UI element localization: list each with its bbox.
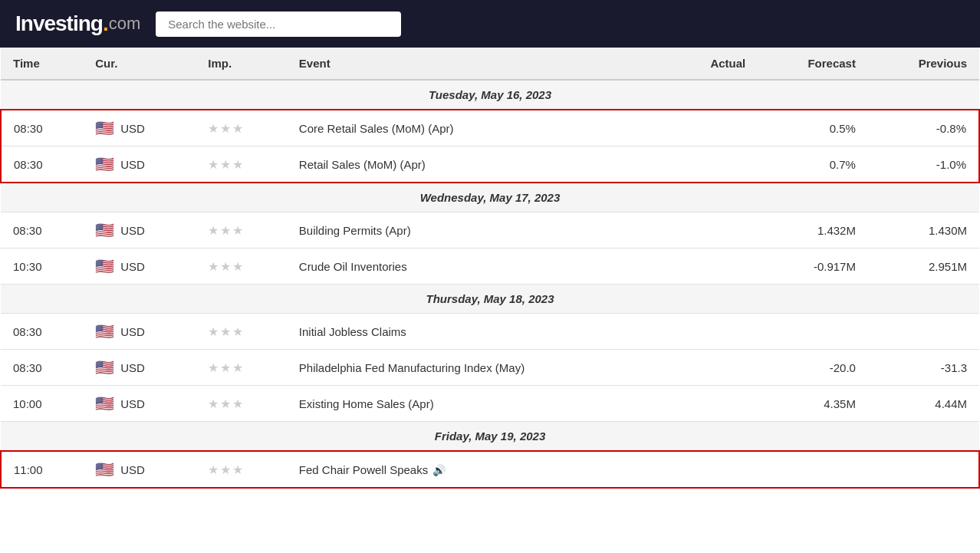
cell-event: Philadelphia Fed Manufacturing Index (Ma… [287,350,667,386]
economic-calendar-table: Time Cur. Imp. Event Actual Forecast Pre… [0,48,980,489]
cell-forecast: 4.35M [758,386,868,422]
star-icon: ★ [220,360,231,375]
star-icon: ★ [232,223,243,238]
cell-event: Crude Oil Inventories [287,249,667,285]
cell-forecast: 1.432M [758,212,868,249]
day-header-row: Friday, May 19, 2023 [1,422,979,452]
cell-forecast: 0.7% [758,146,868,183]
currency-code: USD [120,158,145,171]
flag-icon: 🇺🇸 [95,257,114,275]
currency-code: USD [120,397,145,410]
logo-dot: . [103,12,109,36]
cell-time: 10:30 [1,249,83,285]
star-icon: ★ [208,360,219,375]
flag-icon: 🇺🇸 [95,394,114,413]
col-currency: Cur. [83,48,196,80]
cell-actual [667,314,758,350]
cell-importance: ★★★ [196,212,287,249]
speaker-icon: 🔊 [432,464,446,476]
star-icon: ★ [232,397,243,411]
cell-importance: ★★★ [196,314,287,350]
day-label: Wednesday, May 17, 2023 [1,183,979,212]
cell-event: Retail Sales (MoM) (Apr) [287,146,667,183]
day-header-row: Tuesday, May 16, 2023 [1,80,979,110]
cell-actual [667,249,758,285]
day-label: Friday, May 19, 2023 [1,422,979,452]
cell-previous: -31.3 [868,350,979,386]
cell-event: Fed Chair Powell Speaks🔊 [287,451,667,488]
table-row[interactable]: 08:30 🇺🇸 USD ★★★ Philadelphia Fed Manufa… [1,350,979,386]
star-icon: ★ [220,223,231,238]
cell-currency: 🇺🇸 USD [83,146,196,183]
currency-code: USD [120,361,145,374]
star-icon: ★ [220,121,231,136]
star-icon: ★ [220,259,231,274]
table-row[interactable]: 10:00 🇺🇸 USD ★★★ Existing Home Sales (Ap… [1,386,979,422]
flag-icon: 🇺🇸 [95,155,114,173]
table-row[interactable]: 08:30 🇺🇸 USD ★★★ Building Permits (Apr) … [1,212,979,249]
cell-previous: 2.951M [868,249,979,285]
star-icon: ★ [220,462,231,477]
cell-time: 08:30 [1,212,83,249]
table-row[interactable]: 08:30 🇺🇸 USD ★★★ Core Retail Sales (MoM)… [1,110,979,146]
table-row[interactable]: 08:30 🇺🇸 USD ★★★ Initial Jobless Claims [1,314,979,350]
col-importance: Imp. [196,48,287,80]
cell-event: Building Permits (Apr) [287,212,667,249]
cell-forecast [758,314,868,350]
day-header-row: Thursday, May 18, 2023 [1,285,979,314]
table-row[interactable]: 10:30 🇺🇸 USD ★★★ Crude Oil Inventories -… [1,249,979,285]
cell-time: 08:30 [1,146,83,183]
cell-event: Core Retail Sales (MoM) (Apr) [287,110,667,146]
logo-com: com [109,14,141,34]
currency-code: USD [120,122,145,135]
star-icon: ★ [220,157,231,172]
cell-currency: 🇺🇸 USD [83,110,196,146]
cell-time: 08:30 [1,110,83,146]
header: Investing.com [0,0,980,48]
flag-icon: 🇺🇸 [95,460,114,479]
col-previous: Previous [868,48,979,80]
flag-icon: 🇺🇸 [95,322,114,341]
star-icon: ★ [208,462,219,477]
star-icon: ★ [208,157,219,172]
cell-forecast: -0.917M [758,249,868,285]
cell-forecast: -20.0 [758,350,868,386]
star-icon: ★ [220,324,231,339]
cell-currency: 🇺🇸 USD [83,212,196,249]
col-event: Event [287,48,667,80]
search-input[interactable] [156,12,401,37]
cell-actual [667,386,758,422]
cell-previous: 4.44M [868,386,979,422]
star-icon: ★ [232,121,243,136]
cell-importance: ★★★ [196,146,287,183]
cell-actual [667,350,758,386]
logo-text: Investing [15,12,103,36]
cell-currency: 🇺🇸 USD [83,314,196,350]
star-icon: ★ [232,462,243,477]
table-row[interactable]: 11:00 🇺🇸 USD ★★★ Fed Chair Powell Speaks… [1,451,979,488]
cell-previous: -0.8% [868,110,979,146]
currency-code: USD [120,325,145,338]
cell-actual [667,146,758,183]
logo: Investing.com [15,12,140,36]
star-icon: ★ [220,397,231,411]
col-forecast: Forecast [758,48,868,80]
cell-importance: ★★★ [196,110,287,146]
cell-importance: ★★★ [196,386,287,422]
star-icon: ★ [208,223,219,238]
star-icon: ★ [208,121,219,136]
flag-icon: 🇺🇸 [95,358,114,377]
flag-icon: 🇺🇸 [95,221,114,239]
star-icon: ★ [232,157,243,172]
cell-event: Existing Home Sales (Apr) [287,386,667,422]
cell-time: 08:30 [1,314,83,350]
table-row[interactable]: 08:30 🇺🇸 USD ★★★ Retail Sales (MoM) (Apr… [1,146,979,183]
star-icon: ★ [232,324,243,339]
flag-icon: 🇺🇸 [95,119,114,137]
table-header-row: Time Cur. Imp. Event Actual Forecast Pre… [1,48,979,80]
star-icon: ★ [208,397,219,411]
cell-forecast: 0.5% [758,110,868,146]
cell-currency: 🇺🇸 USD [83,386,196,422]
currency-code: USD [120,463,145,476]
cell-previous: -1.0% [868,146,979,183]
